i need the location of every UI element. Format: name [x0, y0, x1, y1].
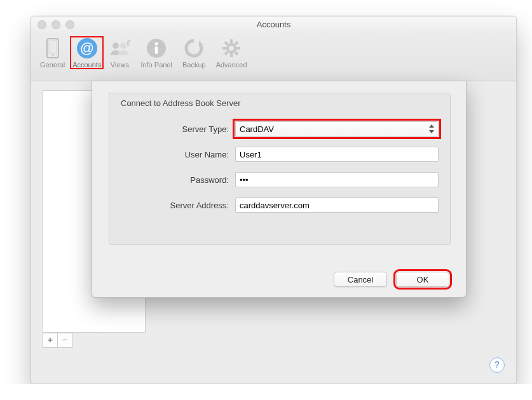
- server-type-select[interactable]: CardDAV: [235, 121, 439, 137]
- add-remove-bar: + −: [43, 333, 72, 348]
- password-input[interactable]: [235, 172, 439, 187]
- zoom-window-button[interactable]: [65, 20, 74, 29]
- gear-icon: [221, 37, 242, 59]
- svg-point-2: [51, 54, 53, 56]
- toolbar-label-info-panel: Info Panel: [140, 60, 172, 69]
- toolbar-label-advanced: Advanced: [216, 60, 247, 69]
- svg-line-20: [235, 42, 238, 44]
- window-controls: [38, 20, 74, 29]
- close-window-button[interactable]: [38, 20, 46, 29]
- svg-point-6: [120, 43, 126, 49]
- label-server-address: Server Address:: [109, 201, 235, 210]
- connect-sheet: Connect to Address Book Server Server Ty…: [92, 81, 467, 298]
- toolbar-item-accounts[interactable]: @ Accounts: [70, 36, 104, 69]
- label-password: Password:: [109, 175, 235, 185]
- svg-rect-10: [155, 46, 158, 54]
- cancel-button[interactable]: Cancel: [334, 272, 387, 287]
- label-user-name: User Name:: [109, 150, 235, 159]
- add-account-button[interactable]: +: [43, 333, 58, 348]
- preferences-window: Accounts General @ Accounts @ Views Info: [31, 16, 517, 384]
- svg-rect-1: [49, 41, 57, 53]
- ok-button[interactable]: OK: [396, 272, 449, 287]
- label-server-type: Server Type:: [109, 124, 235, 134]
- svg-line-17: [225, 42, 228, 44]
- toolbar-label-views: Views: [111, 60, 129, 69]
- sheet-button-bar: Cancel OK: [334, 272, 449, 287]
- toolbar-label-general: General: [40, 60, 65, 69]
- titlebar: Accounts: [31, 17, 516, 34]
- info-icon: [146, 37, 167, 59]
- content-area: + − ? Connect to Address Book Server Ser…: [31, 81, 516, 384]
- contacts-icon: @: [109, 37, 130, 59]
- connect-form: Connect to Address Book Server Server Ty…: [109, 93, 451, 245]
- remove-account-button[interactable]: −: [57, 333, 72, 348]
- form-title: Connect to Address Book Server: [121, 98, 241, 108]
- server-address-input[interactable]: [235, 197, 439, 213]
- preferences-toolbar: General @ Accounts @ Views Info Panel Ba…: [31, 34, 516, 81]
- svg-text:@: @: [80, 40, 94, 56]
- svg-point-12: [228, 44, 235, 52]
- phone-icon: [42, 37, 64, 59]
- svg-text:@: @: [126, 39, 130, 46]
- toolbar-label-accounts: Accounts: [72, 60, 101, 69]
- minimize-window-button[interactable]: [51, 20, 60, 29]
- at-icon: @: [76, 37, 98, 59]
- user-name-input[interactable]: [235, 147, 439, 162]
- svg-point-5: [113, 43, 119, 49]
- toolbar-label-backup: Backup: [182, 60, 206, 69]
- svg-point-9: [155, 43, 158, 46]
- svg-line-19: [225, 52, 228, 55]
- toolbar-item-info-panel[interactable]: Info Panel: [135, 36, 177, 69]
- svg-line-18: [235, 52, 238, 55]
- toolbar-item-backup[interactable]: Backup: [177, 36, 211, 69]
- help-button[interactable]: ?: [489, 357, 505, 373]
- toolbar-item-advanced[interactable]: Advanced: [211, 36, 252, 69]
- toolbar-item-views[interactable]: @ Views: [104, 36, 135, 69]
- window-title: Accounts: [257, 20, 290, 29]
- backup-icon: [183, 37, 205, 59]
- toolbar-item-general[interactable]: General: [35, 36, 70, 69]
